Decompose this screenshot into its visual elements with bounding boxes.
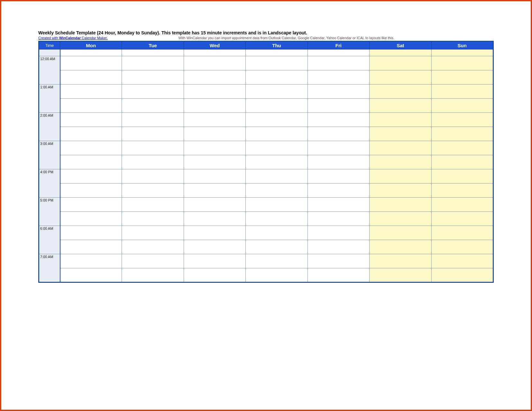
cell[interactable] [370, 141, 431, 155]
cell[interactable] [431, 127, 493, 141]
cell[interactable] [307, 49, 369, 56]
cell[interactable] [246, 127, 307, 141]
cell[interactable] [246, 226, 307, 240]
cell[interactable] [60, 85, 122, 99]
cell[interactable] [246, 70, 307, 85]
cell[interactable] [307, 198, 369, 212]
cell[interactable] [246, 169, 307, 183]
cell[interactable] [431, 56, 493, 70]
cell[interactable] [431, 268, 493, 282]
cell[interactable] [307, 70, 369, 85]
cell[interactable] [184, 70, 245, 85]
cell[interactable] [370, 240, 431, 254]
cell[interactable] [184, 113, 245, 127]
cell[interactable] [246, 240, 307, 254]
cell[interactable] [60, 226, 122, 240]
cell[interactable] [246, 113, 307, 127]
cell[interactable] [307, 155, 369, 169]
cell[interactable] [60, 99, 122, 113]
cell[interactable] [431, 183, 493, 198]
cell[interactable] [184, 183, 245, 198]
cell[interactable] [307, 56, 369, 70]
cell[interactable] [122, 70, 184, 85]
cell[interactable] [246, 268, 307, 282]
cell[interactable] [184, 198, 245, 212]
cell[interactable] [307, 169, 369, 183]
cell[interactable] [122, 49, 184, 56]
cell[interactable] [246, 56, 307, 70]
cell[interactable] [60, 141, 122, 155]
cell[interactable] [60, 56, 122, 70]
cell[interactable] [431, 169, 493, 183]
cell[interactable] [60, 113, 122, 127]
cell[interactable] [370, 155, 431, 169]
cell[interactable] [370, 56, 431, 70]
cell[interactable] [246, 198, 307, 212]
cell[interactable] [60, 49, 122, 56]
cell[interactable] [307, 85, 369, 99]
cell[interactable] [122, 240, 184, 254]
cell[interactable] [307, 240, 369, 254]
cell[interactable] [122, 226, 184, 240]
cell[interactable] [431, 85, 493, 99]
cell[interactable] [122, 212, 184, 226]
cell[interactable] [60, 268, 122, 282]
cell[interactable] [122, 127, 184, 141]
cell[interactable] [184, 49, 245, 56]
cell[interactable] [246, 254, 307, 268]
cell[interactable] [246, 141, 307, 155]
cell[interactable] [184, 254, 245, 268]
cell[interactable] [246, 49, 307, 56]
cell[interactable] [60, 127, 122, 141]
cell[interactable] [370, 85, 431, 99]
cell[interactable] [60, 155, 122, 169]
cell[interactable] [60, 198, 122, 212]
cell[interactable] [307, 141, 369, 155]
cell[interactable] [431, 254, 493, 268]
cell[interactable] [431, 212, 493, 226]
cell[interactable] [307, 113, 369, 127]
cell[interactable] [370, 169, 431, 183]
cell[interactable] [60, 183, 122, 198]
cell[interactable] [122, 113, 184, 127]
cell[interactable] [431, 240, 493, 254]
cell[interactable] [184, 268, 245, 282]
cell[interactable] [122, 268, 184, 282]
cell[interactable] [370, 183, 431, 198]
credit-link[interactable]: Created with WinCalendar Calendar Maker. [38, 36, 108, 40]
cell[interactable] [370, 99, 431, 113]
cell[interactable] [60, 240, 122, 254]
cell[interactable] [370, 254, 431, 268]
cell[interactable] [122, 183, 184, 198]
cell[interactable] [122, 141, 184, 155]
cell[interactable] [307, 226, 369, 240]
cell[interactable] [370, 127, 431, 141]
cell[interactable] [122, 169, 184, 183]
cell[interactable] [122, 198, 184, 212]
cell[interactable] [122, 254, 184, 268]
cell[interactable] [431, 99, 493, 113]
cell[interactable] [184, 240, 245, 254]
cell[interactable] [246, 85, 307, 99]
cell[interactable] [307, 254, 369, 268]
cell[interactable] [307, 99, 369, 113]
cell[interactable] [184, 56, 245, 70]
cell[interactable] [184, 155, 245, 169]
cell[interactable] [431, 141, 493, 155]
cell[interactable] [307, 212, 369, 226]
cell[interactable] [370, 268, 431, 282]
cell[interactable] [60, 212, 122, 226]
cell[interactable] [246, 212, 307, 226]
cell[interactable] [184, 141, 245, 155]
cell[interactable] [60, 169, 122, 183]
cell[interactable] [184, 85, 245, 99]
cell[interactable] [60, 70, 122, 85]
cell[interactable] [184, 226, 245, 240]
cell[interactable] [370, 226, 431, 240]
cell[interactable] [246, 155, 307, 169]
cell[interactable] [184, 169, 245, 183]
cell[interactable] [431, 226, 493, 240]
cell[interactable] [184, 99, 245, 113]
cell[interactable] [431, 155, 493, 169]
cell[interactable] [60, 254, 122, 268]
